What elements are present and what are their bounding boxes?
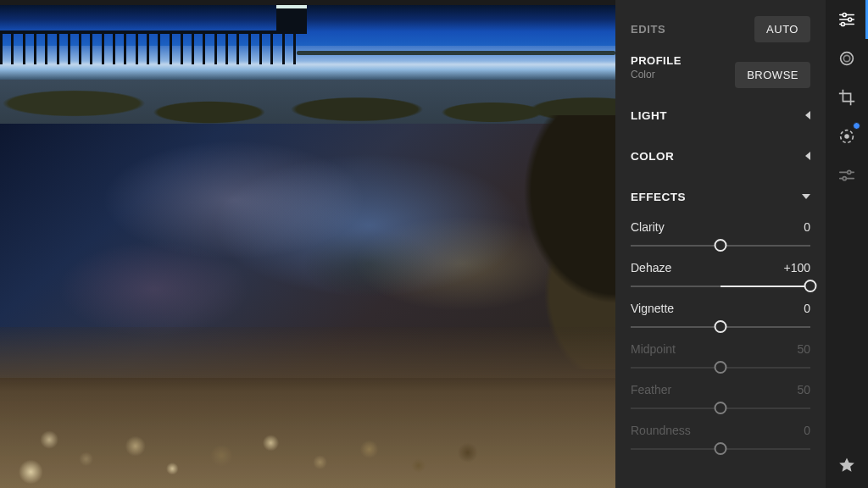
effects-label: EFFECTS (631, 191, 686, 203)
light-section-header[interactable]: LIGHT (631, 95, 810, 136)
preset-circle-icon (837, 127, 856, 146)
slider-value-dehaze: +100 (783, 261, 810, 274)
expand-down-icon (802, 194, 810, 199)
slider-track-vignette[interactable] (631, 317, 810, 337)
svg-point-6 (841, 53, 854, 65)
slider-midpoint: Midpoint50 (631, 342, 810, 378)
right-toolstrip (826, 0, 868, 488)
photo-distant-land (297, 51, 615, 55)
profile-label: PROFILE (631, 54, 682, 67)
slider-value-vignette: 0 (804, 302, 810, 315)
image-canvas[interactable] (0, 0, 615, 488)
svg-point-5 (841, 22, 844, 25)
svg-point-13 (843, 177, 846, 180)
local-adjust-tool-button[interactable] (826, 156, 868, 195)
slider-vignette: Vignette0 (631, 302, 810, 337)
color-label: COLOR (631, 150, 674, 163)
slider-label-roundness: Roundness (631, 424, 691, 437)
slider-dehaze: Dehaze+100 (631, 261, 810, 297)
slider-label-clarity: Clarity (631, 220, 665, 234)
crop-tool-button[interactable] (826, 78, 868, 117)
notification-badge-icon (853, 122, 860, 130)
rate-star-button[interactable] (826, 446, 868, 485)
auto-button[interactable]: AUTO (754, 16, 810, 42)
slider-label-vignette: Vignette (631, 302, 674, 315)
local-adjust-icon (837, 166, 856, 185)
slider-label-feather: Feather (631, 383, 671, 396)
collapse-left-icon (805, 111, 810, 119)
profile-value: Color (631, 69, 682, 80)
collapse-left-icon (805, 152, 810, 160)
edits-label: EDITS (631, 23, 665, 36)
slider-track-roundness[interactable] (631, 439, 810, 459)
slider-feather: Feather50 (631, 383, 810, 419)
svg-point-9 (844, 134, 849, 139)
svg-point-12 (848, 170, 851, 174)
color-section-header[interactable]: COLOR (631, 136, 810, 176)
edit-tool-button[interactable] (826, 0, 868, 39)
crop-icon (837, 88, 856, 107)
slider-label-midpoint: Midpoint (631, 342, 676, 356)
svg-point-3 (843, 13, 846, 16)
slider-track-feather[interactable] (631, 398, 810, 419)
slider-value-feather: 50 (797, 383, 810, 396)
slider-value-roundness: 0 (804, 424, 810, 437)
svg-point-7 (843, 55, 849, 61)
slider-track-dehaze[interactable] (631, 276, 810, 297)
effects-sliders: Clarity0Dehaze+100Vignette0Midpoint50Fea… (631, 220, 810, 459)
slider-track-midpoint[interactable] (631, 358, 810, 378)
light-label: LIGHT (631, 109, 667, 122)
edit-panel: EDITS AUTO PROFILE Color BROWSE LIGHT CO… (615, 0, 826, 488)
slider-label-dehaze: Dehaze (631, 261, 671, 274)
slider-value-midpoint: 50 (797, 342, 810, 356)
effects-section-header[interactable]: EFFECTS (631, 176, 810, 217)
slider-value-clarity: 0 (804, 220, 810, 234)
sliders-icon (837, 10, 856, 29)
edits-row: EDITS AUTO (631, 8, 810, 49)
svg-point-4 (849, 18, 852, 21)
browse-button[interactable]: BROWSE (735, 62, 810, 88)
photo-pier-pillars (0, 34, 297, 64)
photo-rocks-foreground (0, 327, 615, 488)
profile-row: PROFILE Color BROWSE (631, 49, 810, 95)
slider-track-clarity[interactable] (631, 236, 810, 256)
healing-brush-icon (837, 49, 856, 68)
slider-roundness: Roundness0 (631, 424, 810, 459)
star-icon (837, 456, 856, 474)
healing-tool-button[interactable] (826, 39, 868, 78)
slider-clarity: Clarity0 (631, 220, 810, 256)
presets-tool-button[interactable] (826, 117, 868, 156)
